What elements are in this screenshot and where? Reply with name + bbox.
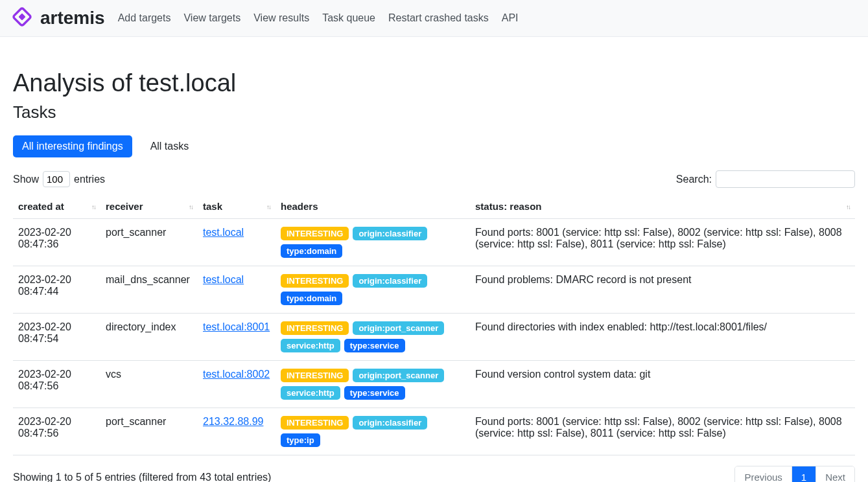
nav-restart-crashed-tasks[interactable]: Restart crashed tasks [388, 12, 489, 24]
badge-origin-port_scanner: origin:port_scanner [353, 369, 444, 382]
cell-task: test.local [198, 219, 276, 266]
task-link[interactable]: test.local:8001 [203, 321, 270, 332]
cell-headers: INTERESTINGorigin:port_scannerservice:ht… [276, 314, 470, 361]
cell-receiver: port_scanner [100, 219, 198, 266]
cell-task: test.local:8002 [198, 361, 276, 408]
sort-icon: ↑↓ [91, 203, 95, 210]
table-footer: Showing 1 to 5 of 5 entries (filtered fr… [13, 466, 855, 482]
entries-label: entries [74, 174, 105, 185]
table-row: 2023-02-20 08:47:54directory_indextest.l… [13, 314, 855, 361]
task-link[interactable]: test.local [203, 227, 244, 238]
logo-icon [10, 5, 34, 31]
badge-type-service: type:service [344, 386, 405, 400]
tab-all-tasks[interactable]: All tasks [141, 135, 198, 157]
cell-receiver: mail_dns_scanner [100, 266, 198, 314]
cell-status: Found problems: DMARC record is not pres… [470, 266, 855, 314]
cell-status: Found version control system data: git [470, 361, 855, 408]
entries-input[interactable] [43, 171, 70, 187]
cell-task: test.local:8001 [198, 314, 276, 361]
cell-headers: INTERESTINGorigin:classifiertype:domain [276, 266, 470, 314]
brand-text: artemis [40, 8, 105, 29]
nav-task-queue[interactable]: Task queue [322, 12, 375, 24]
search-control: Search: [676, 170, 855, 188]
badge-type-domain: type:domain [281, 292, 342, 305]
badge-origin-classifier: origin:classifier [353, 227, 427, 240]
results-table: created at↑↓receiver↑↓task↑↓headersstatu… [13, 194, 855, 455]
badge-service-http: service:http [281, 386, 340, 400]
table-row: 2023-02-20 08:47:56vcstest.local:8002INT… [13, 361, 855, 408]
badge-INTERESTING: INTERESTING [281, 274, 349, 288]
nav-view-results[interactable]: View results [253, 12, 309, 24]
nav-api[interactable]: API [502, 12, 519, 24]
task-link[interactable]: test.local:8002 [203, 369, 270, 380]
cell-status: Found directories with index enabled: ht… [470, 314, 855, 361]
sort-icon: ↑↓ [846, 203, 850, 210]
cell-created-at: 2023-02-20 08:47:44 [13, 266, 100, 314]
table-row: 2023-02-20 08:47:36port_scannertest.loca… [13, 219, 855, 266]
tabs: All interesting findingsAll tasks [13, 135, 855, 157]
column-headers: headers [276, 194, 470, 219]
badge-origin-classifier: origin:classifier [353, 274, 427, 288]
task-link[interactable]: 213.32.88.99 [203, 416, 263, 427]
cell-status: Found ports: 8001 (service: http ssl: Fa… [470, 408, 855, 455]
table-controls: Show entries Search: [13, 170, 855, 188]
column-task[interactable]: task↑↓ [198, 194, 276, 219]
cell-task: 213.32.88.99 [198, 408, 276, 455]
badge-INTERESTING: INTERESTING [281, 369, 349, 382]
page-subtitle: Tasks [13, 102, 855, 122]
cell-created-at: 2023-02-20 08:47:56 [13, 408, 100, 455]
cell-receiver: port_scanner [100, 408, 198, 455]
svg-rect-1 [18, 13, 25, 20]
cell-created-at: 2023-02-20 08:47:54 [13, 314, 100, 361]
badge-INTERESTING: INTERESTING [281, 416, 349, 430]
show-label: Show [13, 174, 39, 185]
cell-created-at: 2023-02-20 08:47:36 [13, 219, 100, 266]
column-created-at[interactable]: created at↑↓ [13, 194, 100, 219]
badge-origin-classifier: origin:classifier [353, 416, 427, 430]
badge-origin-port_scanner: origin:port_scanner [353, 321, 444, 335]
sort-icon: ↑↓ [266, 203, 270, 210]
cell-receiver: vcs [100, 361, 198, 408]
task-link[interactable]: test.local [203, 274, 244, 285]
cell-receiver: directory_index [100, 314, 198, 361]
badge-type-domain: type:domain [281, 244, 342, 258]
nav-add-targets[interactable]: Add targets [118, 12, 171, 24]
badge-service-http: service:http [281, 339, 340, 352]
badge-type-service: type:service [344, 339, 405, 352]
page-title: Analysis of test.local [13, 69, 855, 97]
badge-type-ip: type:ip [281, 433, 320, 447]
previous-button[interactable]: Previous [735, 466, 792, 482]
badge-INTERESTING: INTERESTING [281, 227, 349, 240]
tab-all-interesting-findings[interactable]: All interesting findings [13, 135, 132, 157]
next-button[interactable]: Next [816, 466, 854, 482]
brand[interactable]: artemis [10, 5, 105, 31]
cell-headers: INTERESTINGorigin:port_scannerservice:ht… [276, 361, 470, 408]
cell-created-at: 2023-02-20 08:47:56 [13, 361, 100, 408]
cell-task: test.local [198, 266, 276, 314]
search-input[interactable] [716, 170, 855, 188]
navbar: artemis Add targetsView targetsView resu… [0, 0, 868, 37]
cell-headers: INTERESTINGorigin:classifiertype:domain [276, 219, 470, 266]
column-status-reason[interactable]: status: reason↑↓ [470, 194, 855, 219]
badge-INTERESTING: INTERESTING [281, 321, 349, 335]
table-info: Showing 1 to 5 of 5 entries (filtered fr… [13, 472, 271, 483]
page-1-button[interactable]: 1 [792, 466, 816, 482]
column-receiver[interactable]: receiver↑↓ [100, 194, 198, 219]
search-label: Search: [676, 174, 712, 185]
table-row: 2023-02-20 08:47:56port_scanner213.32.88… [13, 408, 855, 455]
table-row: 2023-02-20 08:47:44mail_dns_scannertest.… [13, 266, 855, 314]
length-control: Show entries [13, 171, 105, 187]
pagination: Previous 1 Next [734, 466, 855, 482]
nav-view-targets[interactable]: View targets [183, 12, 240, 24]
cell-headers: INTERESTINGorigin:classifiertype:ip [276, 408, 470, 455]
nav-links: Add targetsView targetsView resultsTask … [118, 12, 519, 24]
cell-status: Found ports: 8001 (service: http ssl: Fa… [470, 219, 855, 266]
sort-icon: ↑↓ [189, 203, 193, 210]
